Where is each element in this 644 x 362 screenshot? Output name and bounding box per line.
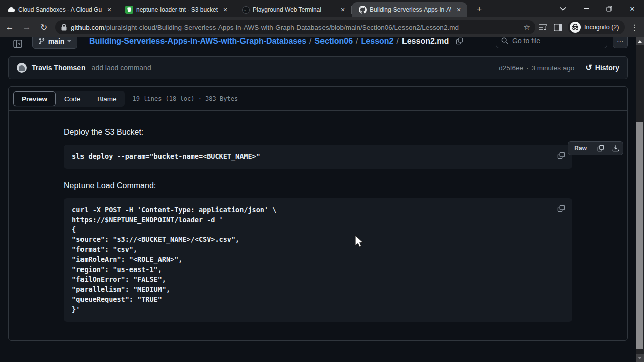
breadcrumb: Building-Serverless-Apps-in-AWS-with-Gra… [89, 37, 463, 49]
tab-title: Cloud Sandboxes - A Cloud Guru [18, 6, 102, 13]
browser-toolbar: ← → ↻ github.com/pluralsight-cloud/Build… [0, 17, 644, 37]
more-options-button[interactable]: ⋯ [613, 37, 628, 48]
tab-web-terminal[interactable]: >_ Playground Web Terminal ✕ [234, 2, 351, 17]
reload-icon[interactable]: ↻ [36, 20, 51, 35]
scrollbar-thumb[interactable] [636, 122, 643, 349]
github-icon [359, 6, 367, 14]
history-label: History [595, 64, 619, 72]
new-tab-button[interactable]: + [472, 2, 487, 16]
scroll-up-icon[interactable] [636, 37, 644, 45]
forward-icon[interactable]: → [19, 20, 34, 35]
commit-author[interactable]: Travis Thomsen [32, 64, 86, 72]
commit-separator: · [526, 64, 529, 72]
back-icon[interactable]: ← [2, 20, 17, 35]
avatar[interactable] [17, 63, 27, 73]
code-text: curl -X POST -H 'Content-Type: applicati… [72, 205, 564, 315]
code-text: sls deploy --param="bucket-name=<BUCKET_… [72, 152, 564, 162]
paragraph-neptune: Neptune Load Command: [64, 181, 572, 190]
bookmark-star-icon[interactable]: ☆ [524, 23, 530, 32]
tab-blame[interactable]: Blame [89, 91, 124, 106]
file-toolbar: Preview Code Blame 19 lines (18 loc) · 3… [9, 87, 627, 111]
incognito-badge[interactable]: Incognito (2) [568, 20, 625, 34]
branch-selector-button[interactable]: main [32, 37, 77, 49]
restore-button[interactable] [598, 0, 621, 17]
commit-message[interactable]: add laod command [92, 64, 499, 72]
tab-s3-bucket[interactable]: neptune-loader-tnt - S3 bucket ✕ [118, 2, 234, 17]
file-header-row: main Building-Serverless-Apps-in-AWS-wit… [0, 37, 628, 52]
close-window-button[interactable]: ✕ [621, 0, 644, 17]
address-bar[interactable]: github.com/pluralsight-cloud/Building-Se… [55, 20, 535, 34]
download-icon[interactable] [608, 142, 623, 155]
search-icon [501, 37, 508, 44]
page-scrollbar[interactable] [636, 37, 644, 362]
paragraph-deploy: Deploy the S3 Bucket: [64, 128, 572, 137]
close-tab-icon[interactable]: ✕ [221, 5, 230, 14]
tab-github-active[interactable]: Building-Serverless-Apps-in-AWS ✕ [352, 2, 467, 17]
view-switcher: Preview Code Blame [13, 90, 125, 107]
tab-search-chevron-icon[interactable] [551, 0, 575, 17]
close-tab-icon[interactable]: ✕ [454, 5, 463, 14]
tab-title: Building-Serverless-Apps-in-AWS [370, 6, 451, 13]
browser-window: Cloud Sandboxes - A Cloud Guru ✕ neptune… [0, 0, 644, 362]
incognito-label: Incognito (2) [584, 24, 619, 31]
history-icon: ↺ [585, 64, 592, 72]
commit-time: 3 minutes ago [532, 64, 575, 72]
breadcrumb-current-file: Lesson2.md [402, 37, 449, 46]
github-page: main Building-Serverless-Apps-in-AWS-wit… [0, 37, 644, 362]
cloud-icon [7, 6, 15, 14]
breadcrumb-section-link[interactable]: Section06 [315, 37, 353, 46]
code-block-neptune: curl -X POST -H 'Content-Type: applicati… [64, 198, 572, 322]
tab-strip: Cloud Sandboxes - A Cloud Guru ✕ neptune… [0, 0, 644, 17]
chevron-down-icon [67, 40, 71, 42]
copy-code-icon[interactable] [554, 202, 568, 216]
scroll-down-icon[interactable] [636, 354, 644, 362]
breadcrumb-separator: / [396, 37, 398, 46]
branch-name: main [48, 37, 65, 45]
file-meta: 19 lines (18 loc) · 383 Bytes [133, 95, 238, 102]
terminal-icon: >_ [242, 6, 250, 14]
url-text: github.com/pluralsight-cloud/Building-Se… [71, 24, 520, 31]
browser-menu-icon[interactable]: ⋮ [627, 20, 642, 35]
raw-button-group: Raw [568, 141, 623, 155]
tab-code[interactable]: Code [56, 91, 89, 106]
breadcrumb-repo-link[interactable]: Building-Serverless-Apps-in-AWS-with-Gra… [89, 37, 306, 46]
rendered-markdown: Deploy the S3 Bucket: sls deploy --param… [9, 111, 627, 322]
latest-commit-bar: Travis Thomsen add laod command d25f6ee … [8, 56, 628, 79]
copy-raw-icon[interactable] [593, 142, 608, 155]
tab-preview[interactable]: Preview [13, 91, 56, 106]
file-tree-toggle-icon[interactable] [12, 38, 23, 49]
copy-code-icon[interactable] [554, 148, 568, 162]
breadcrumb-separator: / [309, 37, 311, 46]
tab-title: Playground Web Terminal [253, 6, 335, 13]
goto-file-input[interactable]: Go to file [496, 37, 607, 48]
code-block-deploy: sls deploy --param="bucket-name=<BUCKET_… [64, 145, 572, 169]
media-controls-icon[interactable] [535, 20, 550, 35]
minimize-button[interactable] [575, 0, 598, 17]
close-tab-icon[interactable]: ✕ [338, 5, 347, 14]
tab-title: neptune-loader-tnt - S3 bucket [136, 6, 218, 13]
lock-icon [61, 24, 67, 31]
s3-bucket-icon [125, 6, 133, 14]
commit-sha[interactable]: d25f6ee [499, 64, 523, 72]
close-tab-icon[interactable]: ✕ [105, 5, 114, 14]
raw-button[interactable]: Raw [568, 142, 593, 155]
history-button[interactable]: ↺ History [585, 64, 619, 72]
breadcrumb-separator: / [356, 37, 358, 46]
file-content-box: Preview Code Blame 19 lines (18 loc) · 3… [8, 86, 628, 341]
breadcrumb-lesson-link[interactable]: Lesson2 [361, 37, 394, 46]
goto-file-placeholder: Go to file [512, 37, 540, 45]
side-panel-icon[interactable] [550, 20, 566, 35]
copy-path-icon[interactable] [456, 37, 463, 45]
tab-cloud-sandboxes[interactable]: Cloud Sandboxes - A Cloud Guru ✕ [0, 2, 118, 17]
incognito-icon [570, 22, 581, 33]
window-controls: ✕ [551, 0, 644, 17]
